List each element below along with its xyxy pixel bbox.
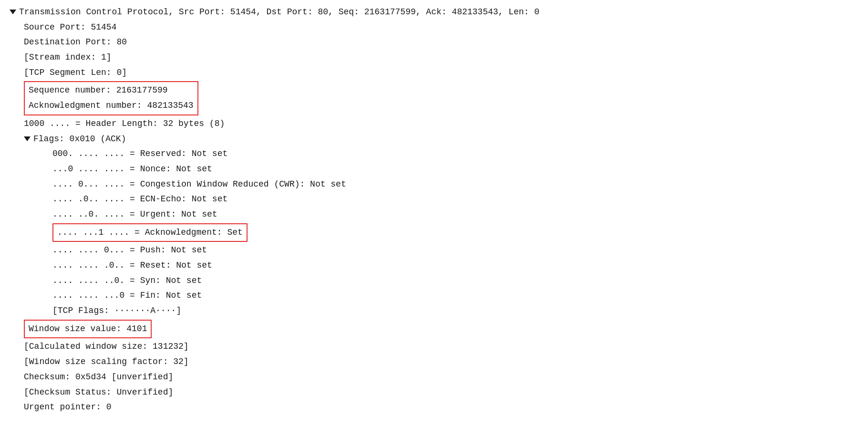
- urgent-pointer-row: Urgent pointer: 0: [24, 400, 858, 415]
- window-size-highlight: Window size value: 4101: [24, 319, 152, 340]
- window-scaling-factor-row: [Window size scaling factor: 32]: [24, 355, 858, 370]
- push-row: .... .... 0... = Push: Not set: [52, 243, 858, 258]
- push-label: .... .... 0... = Push: Not set: [52, 243, 207, 258]
- flags-header-row[interactable]: Flags: 0x010 (ACK): [10, 132, 858, 147]
- window-size-row: Window size value: 4101: [29, 322, 147, 337]
- ack-flag-highlight: .... ...1 .... = Acknowledgment: Set: [52, 222, 248, 243]
- header-length-label: 1000 .... = Header Length: 32 bytes (8): [24, 117, 225, 131]
- packet-tree: Transmission Control Protocol, Src Port:…: [10, 5, 858, 415]
- cwr-label: .... 0... .... = Congestion Window Reduc…: [52, 177, 346, 192]
- dest-port-row: Destination Port: 80: [24, 35, 858, 50]
- acknowledgment-flag-label: .... ...1 .... = Acknowledgment: Set: [57, 226, 243, 240]
- stream-index-label: [Stream index: 1]: [24, 51, 112, 65]
- window-scaling-factor-label: [Window size scaling factor: 32]: [24, 355, 189, 369]
- fin-row: .... .... ...0 = Fin: Not set: [52, 288, 858, 303]
- nonce-label: ...0 .... .... = Nonce: Not set: [52, 162, 212, 177]
- urgent-pointer-label: Urgent pointer: 0: [24, 400, 112, 415]
- dest-port-label: Destination Port: 80: [24, 35, 127, 50]
- tcp-segment-len-row: [TCP Segment Len: 0]: [24, 65, 858, 81]
- collapse-icon[interactable]: [10, 10, 16, 14]
- sequence-number-label: Sequence number: 2163177599: [29, 83, 168, 98]
- reset-row: .... .... .0.. = Reset: Not set: [52, 258, 858, 273]
- seq-ack-highlight: Sequence number: 2163177599 Acknowledgme…: [24, 80, 198, 116]
- ecn-echo-row: .... .0.. .... = ECN-Echo: Not set: [52, 192, 858, 207]
- checksum-status-label: [Checksum Status: Unverified]: [24, 386, 173, 400]
- fin-label: .... .... ...0 = Fin: Not set: [52, 289, 202, 303]
- urgent-row: .... ..0. .... = Urgent: Not set: [52, 207, 858, 222]
- checksum-label: Checksum: 0x5d34 [unverified]: [24, 370, 173, 385]
- protocol-header-row[interactable]: Transmission Control Protocol, Src Port:…: [10, 5, 858, 20]
- urgent-label: .... ..0. .... = Urgent: Not set: [52, 208, 217, 222]
- calc-window-size-row: [Calculated window size: 131232]: [24, 339, 858, 355]
- sequence-number-row: Sequence number: 2163177599: [29, 83, 194, 98]
- acknowledgment-flag-row: .... ...1 .... = Acknowledgment: Set: [57, 225, 243, 240]
- tcp-flags-label: [TCP Flags: ·······A····]: [52, 304, 181, 318]
- reserved-row: 000. .... .... = Reserved: Not set: [52, 146, 858, 162]
- flags-header-label: Flags: 0x010 (ACK): [33, 132, 126, 146]
- stream-index-row: [Stream index: 1]: [24, 50, 858, 65]
- syn-row: .... .... ..0. = Syn: Not set: [52, 273, 858, 289]
- syn-label: .... .... ..0. = Syn: Not set: [52, 274, 202, 288]
- ecn-echo-label: .... .0.. .... = ECN-Echo: Not set: [52, 192, 227, 207]
- tcp-flags-row: [TCP Flags: ·······A····]: [52, 303, 858, 319]
- acknowledgment-number-label: Acknowledgment number: 482133543: [29, 99, 194, 113]
- header-length-row: 1000 .... = Header Length: 32 bytes (8): [24, 116, 858, 132]
- tcp-segment-len-label: [TCP Segment Len: 0]: [24, 66, 127, 80]
- flags-collapse-icon[interactable]: [24, 136, 31, 141]
- source-port-label: Source Port: 51454: [24, 21, 116, 35]
- checksum-row: Checksum: 0x5d34 [unverified]: [24, 370, 858, 385]
- checksum-status-row: [Checksum Status: Unverified]: [24, 385, 858, 400]
- source-port-row: Source Port: 51454: [24, 20, 858, 35]
- cwr-row: .... 0... .... = Congestion Window Reduc…: [52, 177, 858, 192]
- reserved-label: 000. .... .... = Reserved: Not set: [52, 147, 227, 161]
- nonce-row: ...0 .... .... = Nonce: Not set: [52, 162, 858, 177]
- acknowledgment-number-row: Acknowledgment number: 482133543: [29, 98, 194, 114]
- calc-window-size-label: [Calculated window size: 131232]: [24, 340, 189, 354]
- protocol-header-label: Transmission Control Protocol, Src Port:…: [19, 5, 539, 20]
- reset-label: .... .... .0.. = Reset: Not set: [52, 259, 212, 273]
- window-size-label: Window size value: 4101: [29, 322, 147, 336]
